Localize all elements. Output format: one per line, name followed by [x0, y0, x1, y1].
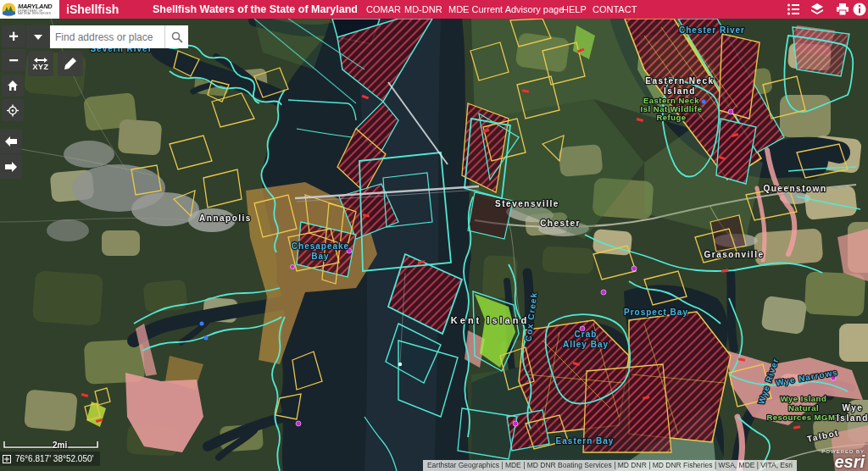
maryland-dnr-logo[interactable]: MARYLAND DEPARTMENT OF NATURAL RESOURCES — [0, 0, 59, 19]
app-header: MARYLAND DEPARTMENT OF NATURAL RESOURCES… — [0, 0, 868, 19]
search-input[interactable] — [50, 25, 164, 48]
nav-link-help[interactable]: HELP — [562, 4, 587, 14]
coordinates-value: 76°6.817' 38°52.050' — [15, 454, 93, 463]
home-icon — [7, 80, 19, 91]
print-icon — [836, 3, 849, 16]
page-title: Shellfish Waters of the State of Marylan… — [153, 3, 358, 15]
search-source-dropdown[interactable] — [26, 25, 50, 48]
attribution: Earthstar Geographics | MDE | MD DNR Boa… — [423, 460, 797, 471]
map-label-wye-island-1: Wye — [843, 403, 864, 413]
ishellfish-app: { "header": { "background_color": "#d521… — [0, 0, 868, 471]
map-label-crab-alley-bay-2: Alley Bay — [563, 340, 609, 349]
layers-icon — [810, 3, 824, 16]
arrow-left-icon — [5, 136, 17, 147]
map-label-eastern-bay: Eastern Bay — [556, 436, 615, 446]
search-submit-button[interactable] — [164, 25, 188, 48]
map-label-chester: Chester — [540, 219, 581, 228]
crosshair-icon[interactable] — [3, 455, 11, 463]
zoom-in-button[interactable]: + — [2, 25, 25, 47]
chevron-down-icon — [34, 35, 42, 40]
map-label-wye-mgmt-3: Resources MGMT — [766, 413, 840, 422]
map-label-prospect-bay: Prospect Bay — [624, 308, 688, 317]
map-canvas[interactable]: Severn River Annapolis Chesapeake Bay St… — [0, 19, 868, 471]
map-label-wye-mgmt-1: Wye Island — [781, 394, 826, 403]
map-label-stevensville: Stevensville — [495, 199, 559, 208]
map-label-grasonville: Grasonville — [704, 250, 765, 259]
map-label-chesapeake-bay-2: Bay — [311, 252, 329, 261]
nav-link-comar[interactable]: COMAR — [366, 4, 401, 14]
nav-link-mde-advisory[interactable]: MDE Current Advisory page — [448, 4, 564, 14]
map-label-wye-island-2: Island — [837, 413, 868, 423]
map-label-eastern-neck-island-2: Island — [664, 86, 696, 96]
esri-logo-text: esri — [821, 454, 865, 469]
xyz-label: XYZ — [33, 64, 49, 71]
nav-link-contact[interactable]: CONTACT — [593, 4, 637, 14]
coordinates-display: 76°6.817' 38°52.050' — [0, 452, 100, 466]
logo-line3: NATURAL RESOURCES — [18, 13, 52, 15]
legend-icon — [787, 3, 800, 16]
map-label-crab-alley-bay-1: Crab — [575, 330, 598, 339]
pencil-icon — [64, 57, 77, 70]
zoom-out-button[interactable]: − — [2, 49, 25, 71]
maryland-dnr-logo-icon — [2, 3, 16, 17]
xyz-coordinates-button[interactable]: XYZ — [28, 51, 53, 76]
map-label-chester-river: Chester River — [679, 25, 745, 35]
layers-button[interactable] — [810, 3, 824, 16]
app-title: iShellfish — [66, 3, 119, 16]
next-extent-button[interactable] — [0, 154, 22, 179]
map-label-kent-island: Kent Island — [451, 315, 529, 325]
map-label-annapolis: Annapolis — [199, 213, 252, 223]
previous-extent-button[interactable] — [0, 129, 22, 153]
info-icon — [853, 3, 866, 16]
print-button[interactable] — [836, 3, 849, 16]
arrow-right-icon — [5, 162, 17, 172]
scale-bar-label: 2mi — [53, 441, 67, 450]
map-label-refuge-3: Refuge — [656, 113, 686, 122]
home-button[interactable] — [2, 75, 24, 97]
nav-link-md-dnr[interactable]: MD-DNR — [404, 4, 442, 14]
search-widget — [26, 25, 188, 48]
scale-bar — [3, 437, 98, 452]
locate-icon — [7, 104, 19, 117]
map-label-eastern-neck-island-1: Eastern Neck — [645, 76, 714, 86]
legend-button[interactable] — [787, 3, 800, 16]
info-button[interactable] — [853, 3, 866, 16]
locate-button[interactable] — [2, 99, 24, 121]
map-label-chesapeake-bay-1: Chesapeake — [292, 241, 349, 251]
esri-logo: POWERED BY esri — [821, 449, 865, 469]
draw-tool-button[interactable] — [58, 51, 83, 76]
map-label-wye-mgmt-2: Natural — [788, 403, 819, 413]
search-icon — [171, 31, 183, 43]
map-label-queenstown: Queenstown — [763, 184, 826, 193]
